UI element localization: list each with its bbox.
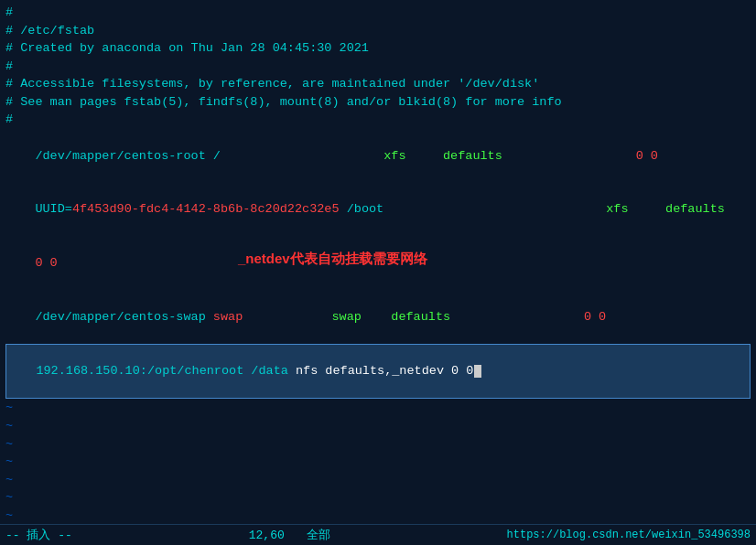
tilde-3: ~ [5,435,751,454]
line-3: # Created by anaconda on Thu Jan 28 04:4… [5,39,751,58]
tilde-4: ~ [5,453,751,471]
line-1: # [5,4,751,22]
netdev-annotation: _netdev代表自动挂载需要网络 [238,251,427,268]
blog-url: https://blog.csdn.net/weixin_53496398 [507,529,751,541]
line-6: # See man pages fstab(5), findfs(8), mou… [5,93,751,112]
line-2: # /etc/fstab [5,22,751,40]
tilde-5: ~ [5,471,751,489]
line-9: UUID=4f453d90-fdc4-4142-8b6b-8c20d22c32e… [5,183,751,237]
line-12-nfs: 192.168.150.10:/opt/chenroot /data nfs d… [5,344,751,400]
tilde-7: ~ [5,507,751,525]
terminal: # # /etc/fstab # Created by anaconda on … [0,0,756,545]
tilde-1: ~ [5,399,751,417]
line-7: # [5,111,751,129]
line-8: /dev/mapper/centos-root / xfs defaults 0… [5,129,751,183]
view-mode: 全部 [307,529,330,542]
tilde-6: ~ [5,488,751,507]
cursor [474,365,481,378]
insert-mode-indicator: -- 插入 -- [5,527,72,543]
line-8-dev: /dev/mapper/centos-root / [35,149,221,163]
line-4: # [5,58,751,76]
line-11: /dev/mapper/centos-swap swap swap defaul… [5,290,751,344]
statusbar: -- 插入 -- 12,60 全部 https://blog.csdn.net/… [0,524,756,545]
cursor-position: 12,60 [249,529,285,542]
tilde-2: ~ [5,417,751,435]
line-5: # Accessible filesystems, by reference, … [5,75,751,93]
